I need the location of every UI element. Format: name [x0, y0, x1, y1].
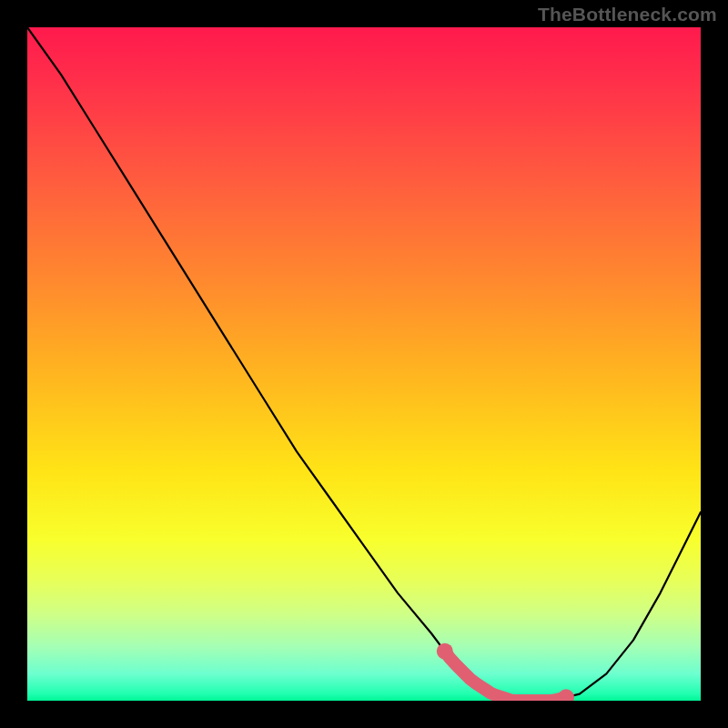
chart-frame: TheBottleneck.com — [0, 0, 728, 728]
watermark-text: TheBottleneck.com — [538, 4, 717, 25]
highlight-dot-right — [558, 689, 574, 701]
curve-layer — [27, 27, 701, 701]
highlight-segment — [445, 652, 566, 701]
bottleneck-curve — [27, 27, 701, 701]
plot-area — [27, 27, 701, 701]
highlight-dot-left — [437, 643, 453, 660]
